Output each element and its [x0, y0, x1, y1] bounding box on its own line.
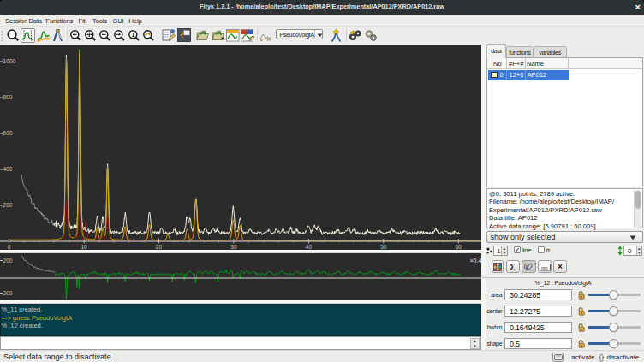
- svg-text:200: 200: [3, 202, 13, 208]
- svg-text:30: 30: [230, 244, 237, 250]
- svg-text:10: 10: [80, 244, 87, 250]
- svg-text:600: 600: [3, 130, 13, 136]
- svg-text:1: 1: [131, 31, 134, 37]
- svg-text:50: 50: [380, 244, 387, 250]
- svg-text:200: 200: [3, 290, 13, 296]
- svg-text:800: 800: [3, 94, 13, 100]
- svg-text:1000: 1000: [3, 58, 16, 64]
- svg-text:200: 200: [3, 258, 13, 264]
- svg-text:nm: nm: [541, 264, 548, 270]
- svg-text:×0.4: ×0.4: [470, 258, 482, 264]
- svg-text:0: 0: [8, 244, 11, 250]
- svg-text:60: 60: [456, 244, 462, 250]
- svg-text:400: 400: [3, 166, 13, 172]
- svg-text:20: 20: [156, 244, 163, 250]
- svg-text:40: 40: [306, 244, 313, 250]
